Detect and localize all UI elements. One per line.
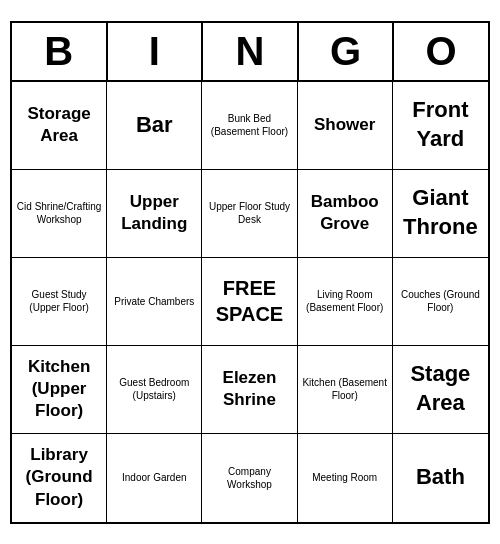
bingo-cell-23: Meeting Room bbox=[298, 434, 393, 522]
bingo-cell-10: Guest Study (Upper Floor) bbox=[12, 258, 107, 346]
bingo-cell-20: Library (Ground Floor) bbox=[12, 434, 107, 522]
header-letter-o: O bbox=[394, 23, 488, 82]
bingo-cell-16: Guest Bedroom (Upstairs) bbox=[107, 346, 202, 434]
bingo-cell-14: Couches (Ground Floor) bbox=[393, 258, 488, 346]
bingo-card: BINGO Storage AreaBarBunk Bed (Basement … bbox=[10, 21, 490, 524]
header-letter-g: G bbox=[299, 23, 395, 82]
bingo-cell-13: Living Room (Basement Floor) bbox=[298, 258, 393, 346]
bingo-cell-12: FREE SPACE bbox=[202, 258, 297, 346]
header-letter-n: N bbox=[203, 23, 299, 82]
bingo-cell-9: Giant Throne bbox=[393, 170, 488, 258]
bingo-cell-4: Front Yard bbox=[393, 82, 488, 170]
bingo-cell-21: Indoor Garden bbox=[107, 434, 202, 522]
bingo-cell-24: Bath bbox=[393, 434, 488, 522]
bingo-cell-5: Cid Shrine/Crafting Workshop bbox=[12, 170, 107, 258]
bingo-cell-15: Kitchen (Upper Floor) bbox=[12, 346, 107, 434]
bingo-header: BINGO bbox=[12, 23, 488, 82]
bingo-cell-19: Stage Area bbox=[393, 346, 488, 434]
bingo-cell-1: Bar bbox=[107, 82, 202, 170]
bingo-cell-7: Upper Floor Study Desk bbox=[202, 170, 297, 258]
header-letter-i: I bbox=[108, 23, 204, 82]
bingo-cell-0: Storage Area bbox=[12, 82, 107, 170]
bingo-cell-17: Elezen Shrine bbox=[202, 346, 297, 434]
header-letter-b: B bbox=[12, 23, 108, 82]
bingo-cell-6: Upper Landing bbox=[107, 170, 202, 258]
bingo-cell-18: Kitchen (Basement Floor) bbox=[298, 346, 393, 434]
bingo-cell-11: Private Chambers bbox=[107, 258, 202, 346]
bingo-cell-3: Shower bbox=[298, 82, 393, 170]
bingo-cell-22: Company Workshop bbox=[202, 434, 297, 522]
bingo-grid: Storage AreaBarBunk Bed (Basement Floor)… bbox=[12, 82, 488, 522]
bingo-cell-2: Bunk Bed (Basement Floor) bbox=[202, 82, 297, 170]
bingo-cell-8: Bamboo Grove bbox=[298, 170, 393, 258]
